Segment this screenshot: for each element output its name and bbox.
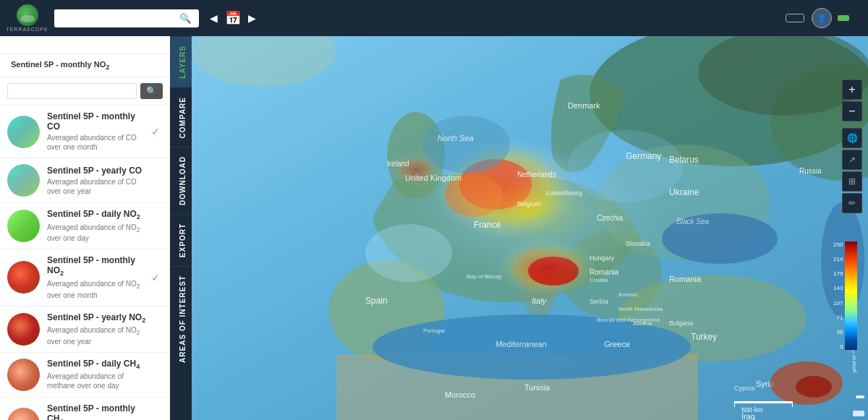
share-button[interactable]: ↗ — [842, 150, 862, 170]
layer-description: Averaged abundance of CO over one year — [47, 177, 148, 196]
legend-value-179: 179 — [828, 270, 843, 277]
header: TERRASCOPE 🔍 ◀ 📅 ▶ 👤 — [0, 0, 868, 36]
layer-description: Averaged abundance of CO over one month — [47, 133, 148, 152]
legend: 250 214 179 143 107 71 36 0 µmol m⁻² — [828, 241, 857, 377]
layer-name: Sentinel 5P - monthly NO2 — [47, 255, 148, 277]
svg-point-18 — [365, 224, 452, 282]
svg-text:Turkey: Turkey — [691, 332, 717, 342]
svg-text:Russia: Russia — [799, 167, 822, 175]
layer-thumbnail — [7, 164, 40, 197]
svg-text:Slovakia: Slovakia — [626, 240, 650, 247]
side-tab-layers[interactable]: LAYERS — [170, 36, 192, 87]
layer-item[interactable]: Sentinel 5P - daily CH4Averaged abundanc… — [0, 353, 170, 398]
svg-text:Romania: Romania — [590, 268, 618, 276]
svg-text:Bay of Biscay: Bay of Biscay — [467, 273, 502, 280]
layer-name: Sentinel 5P - daily CH4 — [47, 359, 148, 370]
side-tab-download[interactable]: DOWNLOAD — [170, 147, 192, 214]
zoom-controls: + − 🌐 ↗ ⊞ ✏ — [842, 80, 862, 213]
svg-text:Ireland: Ireland — [387, 160, 409, 168]
layer-thumbnail — [7, 408, 40, 420]
layer-description: Averaged abundance of NO2 over one day — [47, 223, 148, 244]
svg-point-19 — [568, 130, 684, 202]
svg-text:Belarus: Belarus — [669, 155, 699, 165]
layer-info: Sentinel 5P - daily CH4Averaged abundanc… — [47, 359, 148, 390]
side-tab-compare[interactable]: COMPARE — [170, 87, 192, 147]
layer-info: Sentinel 5P - daily NO2Averaged abundanc… — [47, 209, 148, 243]
search-input[interactable] — [54, 9, 174, 27]
svg-rect-63 — [734, 401, 792, 403]
map[interactable]: North Sea Ireland United Kingdom Denmark… — [192, 36, 868, 420]
search-box: 🔍 — [54, 9, 199, 27]
current-layer-name: Sentinel 5P - monthly NO2 — [11, 60, 109, 69]
layer-item[interactable]: Sentinel 5P - yearly COAveraged abundanc… — [0, 158, 170, 203]
svg-rect-65 — [792, 401, 793, 407]
layer-name: Sentinel 5P - monthly CO — [47, 111, 148, 132]
legend-unit: µmol m⁻² — [851, 351, 857, 377]
layer-thumbnail — [7, 116, 40, 148]
svg-text:500 km: 500 km — [741, 406, 763, 413]
svg-point-23 — [423, 116, 510, 173]
layer-search-input[interactable] — [7, 83, 137, 99]
svg-text:Netherlands: Netherlands — [517, 171, 556, 179]
sidebar: Sentinel 5P - monthly NO2 🔍 Sentinel 5P … — [0, 36, 170, 420]
svg-text:Italy: Italy — [532, 296, 548, 305]
svg-rect-64 — [734, 401, 735, 407]
side-tab-export[interactable]: EXPORT — [170, 214, 192, 266]
globe-view-button[interactable]: 🌐 — [842, 128, 862, 148]
zoom-in-button[interactable]: + — [842, 80, 862, 100]
layer-info: Sentinel 5P - monthly CH4Averaged abunda… — [47, 403, 148, 420]
layers-map-button[interactable]: ⊞ — [842, 171, 862, 192]
legend-labels: 250 214 179 143 107 71 36 0 — [828, 241, 843, 350]
svg-text:Cyprus: Cyprus — [734, 385, 755, 392]
layer-thumbnail — [7, 261, 40, 293]
logo-text: TERRASCOPE — [6, 27, 48, 32]
search-button[interactable]: 🔍 — [174, 9, 197, 27]
zoom-out-button[interactable]: − — [842, 101, 862, 121]
language-button[interactable] — [838, 15, 849, 21]
legend-value-0: 0 — [828, 343, 843, 350]
side-tab-areas-of-interest[interactable]: AREAS OF INTEREST — [170, 266, 192, 372]
layer-thumbnail — [7, 359, 40, 391]
take-a-tour-button[interactable] — [786, 14, 804, 22]
legend-value-36: 36 — [828, 329, 843, 335]
svg-text:France: France — [474, 220, 501, 230]
layer-description: Averaged abundance of NO2 over one month — [47, 279, 148, 300]
search-icon-small: 🔍 — [146, 86, 157, 96]
svg-text:Ukraine: Ukraine — [669, 187, 699, 197]
layer-thumbnail — [7, 210, 40, 242]
side-tabs: LAYERSCOMPAREDOWNLOADEXPORTAREAS OF INTE… — [170, 36, 192, 420]
svg-text:Mediterranean: Mediterranean — [495, 340, 547, 348]
svg-text:Belgium: Belgium — [517, 200, 541, 207]
legend-value-214: 214 — [828, 256, 843, 262]
legend-gradient-bar — [845, 241, 857, 350]
layer-item[interactable]: Sentinel 5P - monthly NO2Averaged abunda… — [0, 249, 170, 306]
svg-text:Germany: Germany — [626, 151, 661, 161]
layer-item[interactable]: Sentinel 5P - monthly CH4Averaged abunda… — [0, 398, 170, 420]
svg-text:Serbia: Serbia — [590, 298, 608, 305]
current-layer-info: Sentinel 5P - monthly NO2 — [0, 54, 170, 77]
layer-description: Averaged abundance of NO2 over one year — [47, 325, 148, 346]
logo: TERRASCOPE — [7, 4, 47, 33]
edit-button[interactable]: ✏ — [842, 193, 862, 213]
svg-text:Black Sea: Black Sea — [676, 218, 709, 226]
user-avatar: 👤 — [812, 8, 832, 28]
svg-text:Romania: Romania — [669, 275, 702, 283]
layer-info: Sentinel 5P - monthly NO2Averaged abunda… — [47, 255, 148, 299]
layer-item[interactable]: Sentinel 5P - daily NO2Averaged abundanc… — [0, 203, 170, 249]
svg-text:United Kingdom: United Kingdom — [405, 173, 461, 182]
layer-info: Sentinel 5P - yearly NO2Averaged abundan… — [47, 312, 148, 346]
svg-text:Hungary: Hungary — [590, 254, 615, 262]
layer-info: Sentinel 5P - monthly COAveraged abundan… — [47, 111, 148, 152]
layer-item[interactable]: Sentinel 5P - yearly NO2Averaged abundan… — [0, 307, 170, 353]
layer-name: Sentinel 5P - yearly NO2 — [47, 312, 148, 324]
calendar-icon: 📅 — [225, 10, 241, 26]
svg-text:Tunisia: Tunisia — [524, 383, 550, 392]
map-background: North Sea Ireland United Kingdom Denmark… — [192, 36, 868, 420]
legend-value-143: 143 — [828, 285, 843, 291]
prev-date-button[interactable]: ◀ — [206, 10, 221, 26]
svg-text:Denmark: Denmark — [568, 101, 600, 110]
layers-list: Sentinel 5P - monthly COAveraged abundan… — [0, 106, 170, 420]
layer-item[interactable]: Sentinel 5P - monthly COAveraged abundan… — [0, 106, 170, 158]
layer-search-button[interactable]: 🔍 — [140, 83, 163, 99]
next-date-button[interactable]: ▶ — [244, 10, 260, 26]
